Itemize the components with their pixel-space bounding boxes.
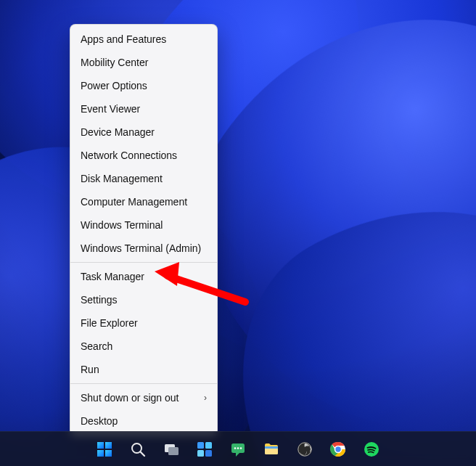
obs-button[interactable] (290, 435, 319, 464)
chevron-right-icon: › (204, 386, 207, 409)
svg-rect-1 (97, 442, 104, 449)
menu-item-label: Task Manager (81, 265, 144, 288)
menu-item-settings[interactable]: Settings (70, 288, 217, 311)
svg-point-16 (240, 447, 242, 449)
menu-item-network-connections[interactable]: Network Connections (70, 144, 217, 167)
menu-item-file-explorer[interactable]: File Explorer (70, 311, 217, 335)
start-button[interactable] (90, 435, 119, 464)
menu-item-computer-management[interactable]: Computer Management (70, 190, 217, 213)
menu-item-label: Disk Management (81, 167, 163, 190)
menu-item-label: Mobility Center (81, 51, 148, 74)
svg-rect-4 (105, 450, 112, 457)
chrome-icon (329, 441, 347, 458)
menu-item-disk-management[interactable]: Disk Management (70, 167, 217, 190)
menu-item-search[interactable]: Search (70, 335, 217, 358)
menu-item-label: Search (81, 335, 112, 358)
menu-item-windows-terminal[interactable]: Windows Terminal (70, 213, 217, 237)
svg-rect-3 (97, 450, 104, 457)
menu-separator (70, 383, 217, 384)
menu-item-event-viewer[interactable]: Event Viewer (70, 97, 217, 120)
task-view-icon (163, 441, 180, 458)
menu-item-apps-and-features[interactable]: Apps and Features (70, 28, 217, 51)
obs-icon (296, 441, 313, 458)
menu-item-device-manager[interactable]: Device Manager (70, 120, 217, 144)
menu-item-label: Apps and Features (81, 28, 166, 51)
svg-point-15 (237, 447, 239, 449)
menu-item-run[interactable]: Run (70, 358, 217, 381)
menu-item-label: Power Options (81, 74, 147, 97)
svg-rect-2 (105, 442, 112, 449)
task-view-button[interactable] (157, 435, 186, 464)
menu-item-power-options[interactable]: Power Options (70, 74, 217, 97)
svg-rect-18 (265, 446, 278, 449)
folder-icon (263, 441, 280, 458)
menu-item-label: Shut down or sign out (81, 386, 178, 409)
svg-line-6 (141, 451, 145, 456)
search-icon (129, 441, 147, 458)
menu-item-label: Windows Terminal (81, 213, 163, 237)
menu-separator (70, 262, 217, 263)
menu-item-label: Windows Terminal (Admin) (81, 237, 201, 260)
svg-point-14 (234, 447, 237, 449)
search-button[interactable] (123, 435, 152, 464)
menu-item-desktop[interactable]: Desktop (70, 409, 217, 433)
widgets-button[interactable] (190, 435, 219, 464)
chat-button[interactable] (223, 435, 253, 464)
menu-item-windows-terminal-admin[interactable]: Windows Terminal (Admin) (70, 237, 217, 260)
menu-item-mobility-center[interactable]: Mobility Center (70, 51, 217, 74)
chat-icon (229, 441, 247, 458)
desktop-wallpaper: Apps and FeaturesMobility CenterPower Op… (0, 0, 476, 466)
winx-context-menu[interactable]: Apps and FeaturesMobility CenterPower Op… (70, 24, 218, 436)
svg-rect-11 (197, 450, 204, 457)
menu-item-label: Event Viewer (81, 97, 140, 120)
menu-item-shut-down-or-sign-out[interactable]: Shut down or sign out› (70, 386, 217, 409)
taskbar (0, 431, 476, 466)
svg-rect-9 (197, 442, 204, 449)
menu-item-task-manager[interactable]: Task Manager (70, 265, 217, 288)
menu-item-label: Network Connections (81, 144, 177, 167)
file-explorer-button[interactable] (257, 435, 286, 464)
menu-item-label: Device Manager (81, 120, 155, 144)
svg-rect-10 (205, 442, 212, 449)
menu-item-label: Run (81, 358, 99, 381)
menu-item-label: Desktop (81, 409, 118, 433)
spotify-button[interactable] (357, 435, 386, 464)
svg-rect-12 (205, 450, 212, 457)
menu-item-label: File Explorer (81, 311, 138, 335)
svg-rect-8 (168, 447, 178, 455)
chrome-button[interactable] (324, 435, 353, 464)
windows-logo-icon (96, 441, 113, 458)
widgets-icon (196, 441, 213, 458)
menu-item-label: Settings (81, 288, 118, 311)
spotify-icon (363, 441, 380, 458)
menu-item-label: Computer Management (81, 190, 187, 213)
